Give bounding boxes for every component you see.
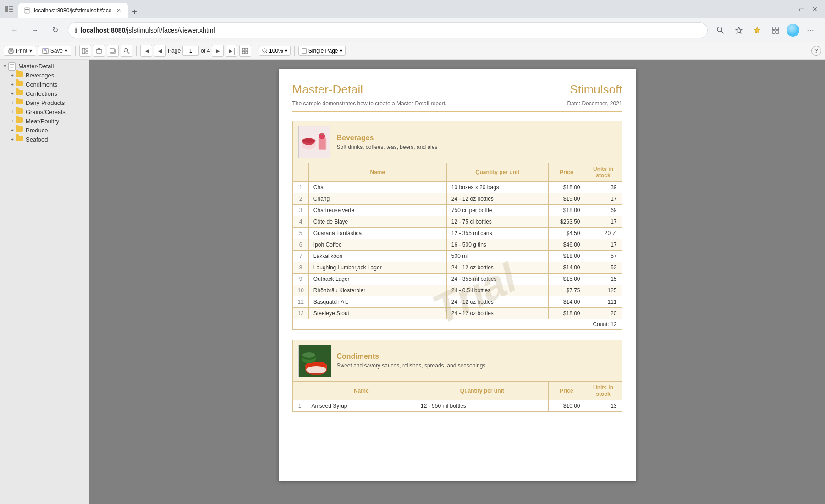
condiments-table: Name Quantity per unit Price Units in st… [293, 381, 622, 412]
sep-1 [75, 46, 76, 56]
sidebar-item-meat[interactable]: + Meat/Poultry [0, 116, 89, 126]
expand-icon[interactable]: + [9, 99, 16, 106]
view-type-btn[interactable]: Single Page ▾ [298, 46, 346, 56]
svg-rect-2 [9, 9, 13, 10]
svg-rect-21 [44, 48, 46, 50]
expand-icon[interactable]: + [9, 118, 16, 124]
row-stock: 20 ✓ [585, 228, 622, 239]
zoom-btn[interactable]: 100% ▾ [259, 46, 291, 56]
expand-icon[interactable]: + [9, 109, 16, 115]
svg-line-9 [721, 31, 724, 33]
expand-icon[interactable]: + [9, 136, 16, 142]
svg-rect-24 [86, 48, 88, 50]
print-btn[interactable]: Print ▾ [4, 46, 36, 56]
search-btn[interactable] [713, 23, 728, 38]
beverages-name: Beverages [337, 134, 438, 142]
search-report-btn[interactable] [121, 45, 132, 57]
folder-icon-grains [16, 108, 24, 115]
sidebar-item-seafood[interactable]: + Seafood [0, 135, 89, 144]
row-qty: 24 - 12 oz bottles [446, 308, 548, 319]
row-num: 10 [293, 285, 308, 296]
svg-rect-1 [9, 6, 13, 7]
bookmark-list-btn[interactable] [750, 23, 764, 38]
active-tab[interactable]: localhost:8080/jsfstimulsoft/face ✕ [18, 3, 128, 18]
row-qty: 24 - 355 ml bottles [446, 274, 548, 285]
svg-point-61 [306, 366, 326, 373]
sidebar-item-beverages[interactable]: + Beverages [0, 71, 89, 80]
row-stock: 17 [585, 239, 622, 251]
category-condiments-info: Condiments Sweet and savory sauces, reli… [337, 352, 486, 369]
row-name: Rhönbräu Klosterbier [308, 285, 446, 296]
row-price: $7.75 [548, 285, 585, 296]
table-row: 9 Outback Lager 24 - 355 ml bottles $15.… [293, 274, 622, 285]
close-btn[interactable]: ✕ [812, 5, 818, 13]
folder-icon-seafood [16, 136, 24, 143]
col-price-header: Price [548, 163, 585, 182]
first-page-btn[interactable]: |◄ [140, 45, 152, 57]
report-header: Master-Detail Stimulsoft [292, 82, 622, 97]
row-stock: 17 [585, 216, 622, 228]
window-controls-left [4, 4, 15, 15]
sidebar-toggle-btn[interactable] [4, 4, 15, 15]
col-qty-header-2: Quantity per unit [416, 382, 548, 400]
delete-btn[interactable] [93, 45, 105, 57]
row-num: 3 [293, 205, 308, 216]
svg-rect-32 [110, 48, 114, 53]
svg-line-40 [266, 52, 267, 53]
zoom-icon [262, 48, 268, 54]
tab-bar: localhost:8080/jsfstimulsoft/face ✕ + [18, 0, 781, 18]
back-btn[interactable]: ← [7, 23, 22, 38]
expand-icon[interactable]: + [9, 72, 16, 78]
tab-close-btn[interactable]: ✕ [115, 7, 122, 14]
row-num: 11 [293, 296, 308, 308]
view-mode-btn[interactable] [239, 45, 251, 57]
prev-page-btn[interactable]: ◄ [154, 45, 166, 57]
condiments-desc: Sweet and savory sauces, relishes, sprea… [337, 362, 486, 369]
minimize-btn[interactable]: — [785, 5, 792, 13]
new-tab-btn[interactable]: + [128, 5, 141, 18]
expand-icon[interactable]: + [9, 127, 16, 133]
copy-btn[interactable] [107, 45, 119, 57]
sidebar-item-grains[interactable]: + Grains/Cereals [0, 107, 89, 116]
restore-btn[interactable]: ▭ [799, 5, 805, 13]
more-menu-btn[interactable]: ⋯ [803, 23, 818, 38]
help-btn[interactable]: ? [811, 46, 821, 56]
svg-rect-25 [86, 51, 88, 54]
col-num-header [293, 163, 308, 182]
forward-btn[interactable]: → [28, 23, 42, 38]
profile-avatar[interactable] [786, 24, 799, 37]
bookmark-star-btn[interactable] [732, 23, 746, 38]
row-name: Côte de Blaye [308, 216, 446, 228]
last-page-btn[interactable]: ►| [226, 45, 237, 57]
expand-icon[interactable]: + [9, 81, 16, 88]
col-qty-header: Quantity per unit [446, 163, 548, 182]
row-qty: 24 - 12 oz bottles [446, 262, 548, 274]
save-btn[interactable]: Save ▾ [38, 46, 72, 56]
page-input[interactable] [182, 46, 199, 56]
sidebar-item-produce[interactable]: + Produce [0, 126, 89, 135]
row-stock: 17 [585, 193, 622, 205]
address-bar[interactable]: ℹ localhost:8080/jsfstimulsoft/faces/vie… [68, 22, 708, 38]
toggle-tree-btn[interactable] [79, 45, 91, 57]
sidebar-root-item[interactable]: ▼ Master-Detail [0, 61, 89, 71]
next-page-btn[interactable]: ► [212, 45, 224, 57]
save-label: Save [50, 48, 63, 54]
url-text: localhost:8080/jsfstimulsoft/faces/viewe… [81, 27, 701, 34]
page-nav: |◄ ◄ Page of 4 ► ►| [140, 45, 237, 57]
reload-btn[interactable]: ↻ [48, 23, 62, 38]
root-expand-icon[interactable]: ▼ [2, 63, 8, 69]
svg-rect-43 [10, 64, 14, 65]
condiments-name: Condiments [337, 352, 486, 361]
collections-btn[interactable] [768, 23, 783, 38]
svg-rect-0 [6, 6, 8, 12]
sidebar-item-confections[interactable]: + Confections [0, 89, 89, 98]
table-row: 12 Steeleye Stout 24 - 12 oz bottles $18… [293, 308, 622, 319]
category-beverages-info: Beverages Soft drinks, coffees, teas, be… [337, 134, 438, 150]
table-row: 8 Laughing Lumberjack Lager 24 - 12 oz b… [293, 262, 622, 274]
expand-icon[interactable]: + [9, 90, 16, 97]
main-content: ▼ Master-Detail + Beverages + Condiments… [0, 60, 825, 504]
folder-icon-meat [16, 117, 24, 125]
sidebar-item-dairy-products[interactable]: + Dairy Products [0, 98, 89, 107]
row-qty: 16 - 500 g tins [446, 239, 548, 251]
sidebar-item-condiments[interactable]: + Condiments [0, 80, 89, 89]
